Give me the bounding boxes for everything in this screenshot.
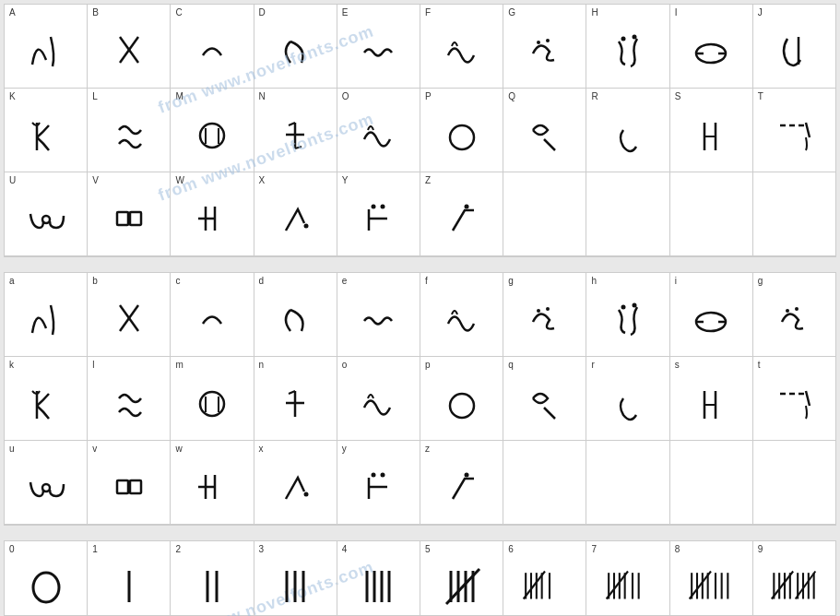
cell-A: A (5, 5, 88, 88)
svg-rect-59 (117, 480, 128, 493)
glyph-K (6, 107, 85, 162)
svg-point-32 (372, 205, 376, 209)
label-N: N (259, 91, 266, 101)
glyph-Q (505, 107, 584, 162)
cell-i: i (670, 273, 753, 356)
label-E: E (342, 7, 349, 18)
svg-point-3 (546, 39, 550, 42)
label-d: d (259, 276, 265, 286)
label-y: y (342, 444, 347, 454)
glyph-B (89, 23, 168, 78)
label-B: B (92, 7, 99, 18)
glyph-n (256, 375, 335, 431)
cell-empty-6 (586, 441, 669, 524)
cell-J: J (753, 5, 835, 88)
glyph-T (755, 107, 834, 162)
label-O: O (342, 91, 349, 101)
label-h: h (591, 276, 597, 286)
cell-k: k (5, 357, 88, 440)
label-p: p (425, 360, 431, 370)
glyph-y (339, 459, 418, 515)
glyph-f (422, 291, 501, 347)
label-e: e (342, 276, 348, 286)
cell-M: M (171, 89, 254, 172)
cell-Z: Z (420, 172, 503, 255)
glyph-R (588, 107, 667, 162)
glyph-G (505, 23, 584, 78)
svg-point-33 (381, 205, 385, 209)
label-D: D (259, 7, 266, 18)
cell-W: W (171, 172, 254, 255)
cell-9: 9 (753, 541, 835, 615)
label-b: b (92, 276, 98, 286)
glyph-A (6, 23, 85, 78)
glyph-a (6, 291, 85, 347)
lowercase-row-3: u v w x (5, 441, 835, 525)
glyph-c (172, 291, 251, 347)
cell-empty-1 (503, 172, 586, 255)
glyph-s (672, 375, 751, 431)
cell-d: d (254, 273, 337, 356)
cell-q: q (503, 357, 586, 440)
cell-c: c (171, 273, 254, 356)
svg-point-5 (633, 35, 637, 40)
label-0: 0 (9, 544, 15, 554)
label-A: A (9, 7, 16, 18)
glyph-D (256, 23, 335, 78)
label-V: V (92, 175, 99, 185)
cell-w: w (171, 441, 254, 524)
glyph-g2 (755, 291, 834, 347)
label-F: F (425, 7, 431, 18)
label-T: T (758, 91, 763, 101)
cell-h: h (586, 273, 669, 356)
svg-point-46 (200, 392, 224, 416)
cell-p: p (420, 357, 503, 440)
glyph-k (6, 375, 85, 431)
cell-O: O (337, 89, 420, 172)
cell-X: X (254, 172, 337, 255)
cell-4: 4 (337, 541, 420, 615)
glyph-u (6, 459, 85, 515)
glyph-F (422, 23, 501, 78)
cell-n: n (254, 357, 337, 440)
cell-t: t (753, 357, 835, 440)
cell-empty-5 (503, 441, 586, 524)
glyph-Y (339, 191, 418, 246)
uppercase-row-2: K L M N (5, 89, 835, 172)
label-k: k (9, 360, 14, 370)
glyph-g (505, 291, 584, 347)
cell-I: I (670, 5, 753, 88)
label-2: 2 (175, 544, 181, 554)
label-R: R (591, 91, 597, 101)
glyph-x (256, 459, 335, 515)
glyph-H (588, 23, 667, 78)
label-u: u (9, 444, 15, 454)
label-t: t (758, 360, 761, 370)
label-m: m (175, 360, 183, 370)
glyph-7 (588, 555, 667, 610)
uppercase-row-1: A B C D (5, 5, 835, 89)
cell-empty-3 (670, 172, 753, 255)
label-l: l (92, 360, 94, 370)
cell-y: y (337, 441, 420, 524)
glyph-b (89, 291, 168, 347)
glyph-I (672, 23, 751, 78)
cell-D: D (254, 5, 337, 88)
section-gap-2 (4, 529, 836, 537)
glyph-w (172, 459, 251, 515)
cell-B: B (88, 5, 171, 88)
glyph-1 (89, 555, 168, 610)
cell-C: C (171, 5, 254, 88)
cell-L: L (88, 89, 171, 172)
svg-point-50 (450, 394, 474, 418)
cell-K: K (5, 89, 88, 172)
svg-point-4 (621, 37, 626, 41)
glyph-X (256, 191, 335, 246)
glyph-0 (6, 555, 85, 610)
cell-r: r (586, 357, 669, 440)
svg-line-22 (806, 123, 810, 137)
cell-T: T (753, 89, 835, 172)
label-6: 6 (508, 544, 514, 554)
lowercase-row-1: a b c d (5, 273, 835, 357)
svg-point-15 (450, 125, 474, 149)
